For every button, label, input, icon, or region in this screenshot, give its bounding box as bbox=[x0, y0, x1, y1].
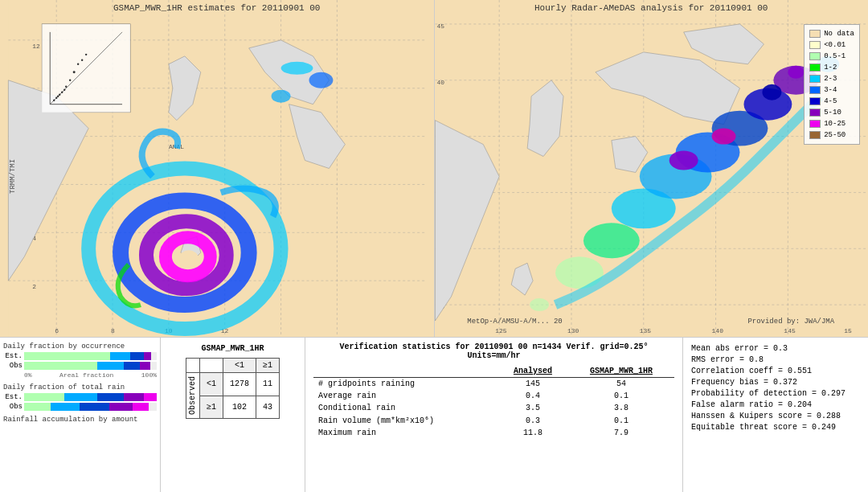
legend-color-3 bbox=[809, 86, 821, 94]
legend-color-001 bbox=[809, 41, 821, 49]
verif-row1-label: Average rain bbox=[313, 390, 497, 402]
svg-point-45 bbox=[77, 64, 79, 65]
svg-point-47 bbox=[85, 54, 87, 55]
svg-text:135: 135 bbox=[639, 327, 651, 334]
contingency-table: <1 ≥1 Observed <1 1278 11 ≥1 102 43 bbox=[186, 358, 280, 419]
legend-item-001: <0.01 bbox=[809, 39, 854, 51]
right-map-panel: Hourly Radar-AMeDAS analysis for 2011090… bbox=[435, 0, 869, 337]
chart1-axis: 0% Areal fraction 100% bbox=[3, 371, 157, 379]
axis-label: Areal fraction bbox=[59, 371, 113, 379]
svg-point-84 bbox=[762, 84, 781, 100]
svg-text:12: 12 bbox=[32, 43, 40, 50]
est1-fill bbox=[24, 352, 110, 360]
legend-item-nodata: No data bbox=[809, 28, 854, 39]
score-6: Hanssen & Kuipers score = 0.288 bbox=[691, 412, 860, 420]
verif-row4-val2: 7.9 bbox=[568, 427, 674, 439]
legend-item-4: 4-5 bbox=[809, 96, 854, 107]
svg-text:125: 125 bbox=[495, 327, 507, 334]
legend-label-nodata: No data bbox=[824, 28, 854, 39]
svg-point-86 bbox=[530, 298, 549, 311]
obs-label: Observed bbox=[186, 373, 199, 419]
legend-color-nodata bbox=[809, 30, 821, 38]
chart-section-3: Rainfall accumulation by amount bbox=[3, 416, 157, 424]
maps-row: GSMAP_MWR_1HR estimates for 20110901 00 bbox=[0, 0, 868, 338]
score-5: False alarm ratio = 0.204 bbox=[691, 400, 860, 409]
cell-12: 11 bbox=[256, 373, 280, 396]
obs2-fill3 bbox=[80, 403, 108, 411]
svg-point-31 bbox=[309, 72, 333, 88]
svg-point-44 bbox=[73, 71, 76, 73]
left-map-title: GSMAP_MWR_1HR estimates for 20110901 00 bbox=[0, 3, 434, 13]
obs1-track bbox=[24, 362, 157, 370]
obs1-label: Obs bbox=[3, 362, 23, 370]
legend-item-2: 2-3 bbox=[809, 73, 854, 84]
cell-22: 43 bbox=[256, 396, 280, 419]
svg-point-43 bbox=[69, 80, 71, 81]
verif-col2-header: GSMAP_MWR_1HR bbox=[568, 365, 674, 378]
obs2-fill4 bbox=[109, 403, 133, 411]
verif-panel: Verification statistics for 20110901 00 … bbox=[305, 338, 683, 492]
legend-item-1: 1-2 bbox=[809, 62, 854, 73]
est2-track bbox=[24, 393, 157, 401]
legend-color-05 bbox=[809, 52, 821, 60]
svg-text:130: 130 bbox=[567, 327, 579, 334]
obs2-fill2 bbox=[51, 403, 80, 411]
legend-label-5: 5-10 bbox=[824, 107, 841, 118]
legend-color-5 bbox=[809, 109, 821, 117]
svg-point-46 bbox=[81, 59, 83, 61]
svg-text:40: 40 bbox=[436, 79, 444, 86]
legend-label-10: 10-25 bbox=[824, 118, 845, 129]
verif-title: Verification statistics for 20110901 00 … bbox=[313, 342, 674, 360]
row-header-lt1: <1 bbox=[199, 373, 223, 396]
verif-row3-val2: 0.1 bbox=[568, 414, 674, 427]
score-7: Equitable threat score = 0.249 bbox=[691, 423, 860, 432]
legend-item-5: 5-10 bbox=[809, 107, 854, 118]
est2-fill4 bbox=[124, 393, 144, 401]
svg-point-32 bbox=[272, 90, 291, 103]
legend-color-4 bbox=[809, 97, 821, 105]
svg-text:MetOp-A/AMSU-A/M... 20: MetOp-A/AMSU-A/M... 20 bbox=[467, 318, 562, 326]
bar-row-est1: Est. bbox=[3, 352, 157, 360]
est2-fill3 bbox=[97, 393, 124, 401]
est1-fill3 bbox=[130, 352, 144, 360]
verif-col1-header: Analysed bbox=[497, 365, 568, 378]
obs2-label: Obs bbox=[3, 403, 23, 411]
score-2: Correlation coeff = 0.551 bbox=[691, 367, 860, 375]
bar-row-est2: Est. bbox=[3, 393, 157, 401]
svg-text:140: 140 bbox=[711, 327, 723, 334]
verif-table: Analysed GSMAP_MWR_1HR # gridpoints rain… bbox=[313, 365, 674, 439]
legend-label-001: <0.01 bbox=[824, 39, 845, 51]
verif-row1-val2: 0.1 bbox=[568, 390, 674, 402]
svg-text:6: 6 bbox=[55, 327, 59, 334]
legend-item-3: 3-4 bbox=[809, 84, 854, 96]
legend-label-05: 0.5-1 bbox=[824, 51, 845, 62]
legend-color-1 bbox=[809, 64, 821, 72]
legend-item-05: 0.5-1 bbox=[809, 51, 854, 62]
main-container: GSMAP_MWR_1HR estimates for 20110901 00 bbox=[0, 0, 868, 492]
right-map-svg: 45 40 35 30 25 20 125 130 135 140 145 15 bbox=[435, 0, 869, 337]
svg-text:45: 45 bbox=[436, 23, 444, 30]
verif-row1-val1: 0.4 bbox=[497, 390, 568, 402]
est1-fill2 bbox=[110, 352, 130, 360]
verif-row0-val1: 145 bbox=[497, 378, 568, 391]
contingency-panel: GSMAP_MWR_1HR <1 ≥1 Observed <1 1278 11 … bbox=[161, 338, 305, 492]
score-3: Frequency bias = 0.372 bbox=[691, 378, 860, 387]
svg-text:145: 145 bbox=[784, 327, 796, 334]
est2-label: Est. bbox=[3, 393, 23, 401]
legend-item-10: 10-25 bbox=[809, 118, 854, 129]
score-0: Mean abs error = 0.3 bbox=[691, 344, 860, 353]
score-4: Probability of detection = 0.297 bbox=[691, 389, 860, 398]
legend-color-25 bbox=[809, 131, 821, 139]
obs2-fill1 bbox=[24, 403, 51, 411]
svg-text:2: 2 bbox=[32, 283, 36, 290]
legend-label-25: 25-50 bbox=[824, 129, 845, 141]
legend-color-2 bbox=[809, 75, 821, 83]
svg-point-29 bbox=[179, 250, 199, 266]
est1-track bbox=[24, 352, 157, 360]
legend-label-4: 4-5 bbox=[824, 96, 837, 107]
verif-row2-label: Conditional rain bbox=[313, 402, 497, 414]
bar-row-obs2: Obs bbox=[3, 403, 157, 411]
right-map-title: Hourly Radar-AMeDAS analysis for 2011090… bbox=[435, 3, 869, 13]
est1-fill4 bbox=[144, 352, 152, 360]
svg-point-83 bbox=[711, 129, 735, 145]
